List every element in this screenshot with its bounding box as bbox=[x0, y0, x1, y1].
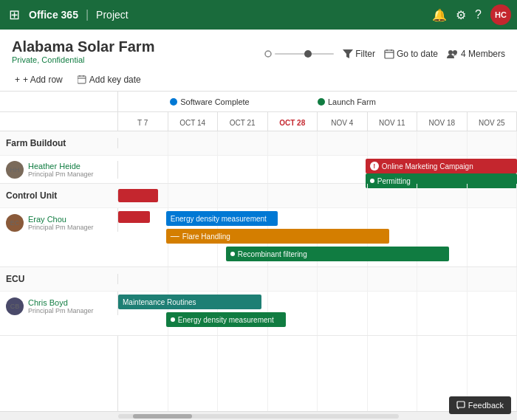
person-name-chris[interactable]: Chris Boyd bbox=[28, 298, 94, 307]
go-to-date-button[interactable]: Go to date bbox=[384, 49, 438, 59]
milestone-dot-blue bbox=[170, 98, 177, 106]
group-gantt-ecu bbox=[118, 267, 517, 291]
task-bar-energy-ecu[interactable]: Energy density measurement bbox=[166, 312, 286, 327]
group-row-control-unit: Control Unit bbox=[0, 184, 517, 207]
svg-point-0 bbox=[265, 51, 271, 57]
person-gantt-heather: ! Online Marketing Campaign Permitting bbox=[118, 156, 517, 183]
person-label-eray: EC Eray Chou Principal Pm Manager bbox=[0, 208, 118, 232]
group-label-control-unit: Control Unit bbox=[0, 190, 118, 201]
date-col-4: NOV 4 bbox=[318, 112, 368, 131]
group-gantt-farm-buildout bbox=[118, 131, 517, 155]
project-subtitle: Private, Confidential bbox=[12, 55, 154, 64]
project-label[interactable]: Project bbox=[96, 9, 129, 21]
zoom-control[interactable] bbox=[264, 50, 334, 58]
date-label-spacer bbox=[0, 112, 118, 131]
empty-space bbox=[0, 336, 517, 411]
dot-icon-recombinant bbox=[230, 252, 235, 256]
person-role-heather: Principal Pm Manager bbox=[28, 171, 94, 178]
group-task-red[interactable] bbox=[118, 189, 158, 202]
feedback-button[interactable]: Feedback bbox=[449, 396, 511, 414]
add-key-date-button[interactable]: Add key date bbox=[75, 73, 144, 86]
project-title: Alabama Solar Farm bbox=[12, 38, 154, 55]
task-label-online-marketing: Online Marketing Campaign bbox=[382, 162, 473, 171]
members-button[interactable]: 4 Members bbox=[447, 49, 505, 59]
task-bar-flare-handling[interactable]: — Flare Handling bbox=[166, 229, 389, 244]
task-bar-eray-red[interactable] bbox=[118, 211, 150, 223]
milestone-dot-green bbox=[318, 98, 325, 106]
gear-icon[interactable]: ⚙ bbox=[456, 8, 466, 22]
dot-icon-energy-ecu bbox=[171, 317, 175, 322]
task-bar-energy-density[interactable]: Energy density measurement bbox=[166, 211, 278, 226]
group-label-ecu: ECU bbox=[0, 274, 118, 284]
user-avatar[interactable]: HC bbox=[490, 4, 511, 25]
person-gantt-eray: Energy density measurement — Flare Handl… bbox=[118, 208, 517, 266]
scroll-thumb[interactable] bbox=[133, 414, 192, 419]
person-name-heather[interactable]: Heather Heide bbox=[28, 162, 94, 171]
date-col-1: OCT 14 bbox=[168, 112, 219, 131]
svg-rect-11 bbox=[457, 402, 465, 407]
scroll-track[interactable] bbox=[118, 414, 399, 419]
task-label-recombinant: Recombinant filtering bbox=[238, 250, 307, 258]
exclaim-icon: ! bbox=[370, 162, 379, 171]
project-header: Alabama Solar Farm Private, Confidential… bbox=[0, 30, 517, 92]
office365-label[interactable]: Office 365 bbox=[29, 9, 78, 21]
milestones-row: Software Complete Launch Farm bbox=[0, 92, 517, 112]
milestone-label-launch: Launch Farm bbox=[328, 97, 376, 106]
main-content: Alabama Solar Farm Private, Confidential… bbox=[0, 30, 517, 420]
date-col-7: NOV 25 bbox=[468, 112, 518, 131]
group-label-farm-buildout: Farm Buildout bbox=[0, 138, 118, 148]
person-row-chris: CB Chris Boyd Principal Pm Manager Maint… bbox=[0, 291, 517, 335]
milestone-software-complete: Software Complete bbox=[170, 97, 250, 106]
horizontal-scrollbar[interactable] bbox=[0, 411, 517, 420]
avatar-eray: EC bbox=[6, 214, 24, 232]
svg-point-5 bbox=[448, 50, 453, 55]
date-header: T 7 OCT 14 OCT 21 OCT 28 NOV 4 NOV 11 NO… bbox=[0, 112, 517, 131]
svg-point-6 bbox=[453, 50, 457, 55]
task-bar-recombinant[interactable]: Recombinant filtering bbox=[226, 247, 449, 261]
group-ecu: ECU CB Chris Boyd Principal Pm Manager bbox=[0, 267, 517, 336]
header-toolbar: Alabama Solar Farm Private, Confidential… bbox=[12, 38, 505, 69]
dash-icon: — bbox=[171, 231, 179, 241]
waffle-icon[interactable]: ⊞ bbox=[6, 4, 23, 26]
person-row-eray: EC Eray Chou Principal Pm Manager Energy… bbox=[0, 207, 517, 266]
task-label-energy-ecu: Energy density measurement bbox=[178, 316, 274, 324]
gantt-body: Farm Buildout HH Heather Heide Principal… bbox=[0, 131, 517, 411]
task-bar-maintenance[interactable]: Maintenance Routines bbox=[118, 295, 261, 309]
project-title-section: Alabama Solar Farm Private, Confidential bbox=[12, 38, 154, 69]
date-col-3: OCT 28 bbox=[268, 112, 318, 131]
milestones-area: Software Complete Launch Farm bbox=[118, 92, 517, 111]
person-gantt-chris: Maintenance Routines Energy density meas… bbox=[118, 292, 517, 335]
avatar-heather: HH bbox=[6, 161, 24, 179]
group-gantt-control-unit bbox=[118, 184, 517, 207]
milestone-launch-farm: Launch Farm bbox=[318, 97, 376, 106]
person-label-heather: HH Heather Heide Principal Pm Manager bbox=[0, 161, 118, 179]
filter-button[interactable]: Filter bbox=[343, 49, 375, 59]
date-col-6: NOV 18 bbox=[417, 112, 468, 131]
dot-icon-permitting bbox=[370, 179, 374, 183]
bell-icon[interactable]: 🔔 bbox=[432, 8, 447, 22]
person-row-heather: HH Heather Heide Principal Pm Manager ! … bbox=[0, 155, 517, 183]
person-role-eray: Principal Pm Manager bbox=[28, 224, 94, 231]
date-col-5: NOV 11 bbox=[368, 112, 418, 131]
person-info-eray: Eray Chou Principal Pm Manager bbox=[28, 215, 94, 231]
avatar-chris: CB bbox=[6, 297, 24, 315]
feedback-icon bbox=[456, 401, 465, 410]
group-row-ecu: ECU bbox=[0, 267, 517, 291]
date-col-0: T 7 bbox=[118, 112, 168, 131]
nav-separator: | bbox=[86, 8, 89, 21]
task-bar-online-marketing[interactable]: ! Online Marketing Campaign bbox=[366, 159, 517, 173]
person-name-eray[interactable]: Eray Chou bbox=[28, 215, 94, 224]
task-label-flare-handling: Flare Handling bbox=[182, 233, 230, 241]
person-label-chris: CB Chris Boyd Principal Pm Manager bbox=[0, 292, 118, 315]
gantt-container: Software Complete Launch Farm T 7 OCT 14… bbox=[0, 92, 517, 420]
svg-rect-7 bbox=[78, 76, 86, 83]
help-icon[interactable]: ? bbox=[475, 8, 482, 21]
task-label-maintenance: Maintenance Routines bbox=[123, 298, 196, 306]
milestone-label-software: Software Complete bbox=[180, 97, 250, 106]
toolbar-left: ++ Add row Add key date bbox=[12, 73, 505, 91]
date-col-2: OCT 21 bbox=[218, 112, 268, 131]
add-row-button[interactable]: ++ Add row bbox=[12, 73, 66, 86]
task-label-energy-density: Energy density measurement bbox=[171, 215, 267, 223]
group-row-farm-buildout: Farm Buildout bbox=[0, 131, 517, 155]
top-navigation: ⊞ Office 365 | Project 🔔 ⚙ ? HC bbox=[0, 0, 517, 30]
